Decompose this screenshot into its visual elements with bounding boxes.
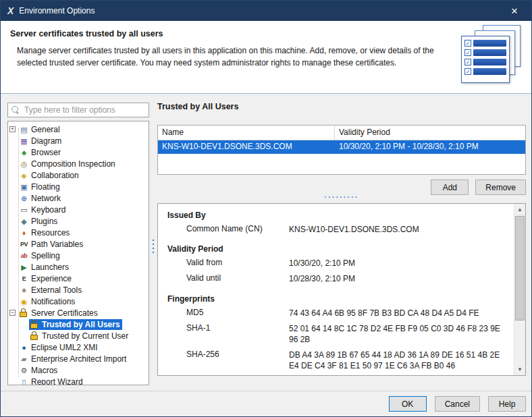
tree-node[interactable]: ♣ Browser	[18, 147, 63, 158]
sidebar-item-plugins[interactable]: ◆ Plugins	[9, 215, 147, 227]
close-icon[interactable]: ✕	[504, 6, 525, 16]
scroll-down-icon[interactable]: ▼	[514, 364, 525, 375]
sidebar-item-network[interactable]: ⊕ Network	[9, 192, 147, 204]
tree-node[interactable]: ▣ Floating	[18, 182, 62, 192]
sidebar-item-experience[interactable]: E Experience	[9, 273, 147, 284]
remove-button[interactable]: Remove	[475, 179, 526, 195]
valid-from-value: 10/30/20, 2:10 PM	[289, 258, 355, 269]
sidebar-item-launchers[interactable]: ▶ Launchers	[9, 261, 147, 273]
detail-row: Valid until 10/28/30, 2:10 PM	[186, 273, 510, 284]
tree-expander-icon[interactable]	[9, 161, 18, 167]
sidebar-item-composition-inspection[interactable]: ◎ Composition Inspection	[9, 158, 147, 169]
sidebar-item-diagram[interactable]: ▦ Diagram	[9, 135, 147, 146]
sidebar-item-server-certificates[interactable]: − Server Certificates	[9, 307, 147, 318]
tree-node[interactable]: Server Certificates	[18, 308, 100, 318]
tree-expander-icon[interactable]: +	[9, 126, 16, 132]
sidebar-item-general[interactable]: + ▤ General	[9, 123, 147, 135]
ok-button[interactable]: OK	[389, 396, 427, 412]
sidebar-item-browser[interactable]: ♣ Browser	[9, 146, 147, 158]
sidebar-item-enterprise-architect-import[interactable]: ▰ Enterprise Architect Import	[9, 353, 147, 364]
details-scrollbar[interactable]: ▲ ▼	[514, 204, 525, 375]
tree-expander-icon[interactable]	[9, 287, 18, 293]
tree-node[interactable]: ◆ Plugins	[18, 216, 59, 227]
sidebar-item-spelling[interactable]: ab Spelling	[9, 250, 147, 261]
tree-item-label: Floating	[31, 182, 60, 192]
tree-expander-icon[interactable]	[9, 356, 18, 362]
sidebar-item-trusted-by-all-users[interactable]: Trusted by All Users	[20, 318, 147, 330]
sidebar-item-external-tools[interactable]: ∗ External Tools	[9, 284, 147, 296]
tree-node[interactable]: ▰ Enterprise Architect Import	[18, 354, 128, 364]
tree-expander-icon[interactable]	[20, 321, 28, 327]
details-splitter-handle[interactable]: ·········	[157, 194, 526, 200]
tree-expander-icon[interactable]	[9, 298, 18, 304]
tree-expander-icon[interactable]	[9, 206, 18, 213]
tree-expander-icon[interactable]	[9, 379, 18, 385]
tree-expander-icon[interactable]	[9, 149, 18, 155]
tree-node[interactable]: ▦ Diagram	[18, 136, 63, 146]
tree-expander-icon[interactable]	[9, 172, 18, 178]
sidebar-item-macros[interactable]: ⚙ Macros	[9, 364, 147, 376]
tree-item-label: Eclipse UML2 XMI	[31, 343, 98, 352]
tree-node[interactable]: ab Spelling	[18, 250, 62, 261]
tree-node[interactable]: ◉ Notifications	[18, 296, 77, 307]
tree-node[interactable]: Trusted by Current User	[29, 331, 130, 341]
tree-node[interactable]: ⚙ Macros	[18, 365, 59, 376]
tree-expander-icon[interactable]	[9, 229, 18, 235]
tree-expander-icon[interactable]	[9, 344, 18, 350]
tree-expander-icon[interactable]	[9, 264, 18, 270]
tree-node[interactable]: ⊕ Network	[18, 193, 63, 204]
tree-expander-icon[interactable]	[9, 367, 18, 373]
launchers-icon: ▶	[19, 262, 29, 272]
sidebar-item-notifications[interactable]: ◉ Notifications	[9, 296, 147, 307]
sidebar-item-resources[interactable]: ♦ Resources	[9, 227, 147, 238]
help-button[interactable]: Help	[488, 396, 526, 412]
tree-expander-icon[interactable]	[9, 275, 18, 281]
cn-value: KNS-W10-DEV1.DSONE.3DS.COM	[289, 224, 419, 235]
tree-node[interactable]: ▤ General	[18, 124, 62, 135]
eclipse-icon: ●	[19, 343, 29, 352]
table-actions: Add Remove	[431, 179, 526, 195]
tree-node[interactable]: ∗ External Tools	[18, 285, 84, 296]
sidebar-item-path-variables[interactable]: PV Path Variables	[9, 238, 147, 250]
tree-expander-icon[interactable]	[9, 184, 18, 190]
filter-box	[7, 103, 149, 117]
window-title: Environment Options	[19, 6, 504, 16]
sidebar-item-trusted-by-current-user[interactable]: Trusted by Current User	[20, 330, 147, 341]
filter-input[interactable]	[7, 103, 149, 117]
tree-expander-icon[interactable]	[9, 241, 18, 247]
sidebar-item-keyboard[interactable]: ▭ Keyboard	[9, 204, 147, 215]
lock-icon	[30, 331, 40, 341]
tree-node[interactable]: ♦ Resources	[18, 227, 72, 238]
scroll-up-icon[interactable]: ▲	[514, 204, 525, 215]
table-body: KNS-W10-DEV1.DSONE.3DS.COM 10/30/20, 2:1…	[158, 140, 525, 154]
tree-expander-icon[interactable]	[9, 138, 18, 144]
tree-node[interactable]: E Experience	[18, 273, 74, 284]
header-banner: Server certificates trusted by all users…	[1, 21, 531, 94]
sha1-label: SHA-1	[186, 323, 289, 333]
tree-expander-icon[interactable]: −	[9, 310, 16, 316]
tree-expander-icon[interactable]	[9, 195, 18, 201]
tree-node[interactable]: ▯ Report Wizard	[18, 377, 85, 386]
tree-node[interactable]: ▶ Launchers	[18, 262, 71, 273]
tree-node[interactable]: PV Path Variables	[18, 239, 85, 250]
tree-item-label: Enterprise Architect Import	[31, 354, 126, 364]
tree-item-label: Notifications	[31, 297, 75, 306]
panel-splitter-handle[interactable]	[151, 233, 155, 260]
certificate-details: Issued By Common Name (CN) KNS-W10-DEV1.…	[157, 203, 526, 376]
table-row[interactable]: KNS-W10-DEV1.DSONE.3DS.COM 10/30/20, 2:1…	[158, 140, 525, 154]
tree-node[interactable]: Trusted by All Users	[29, 319, 122, 330]
tree-expander-icon[interactable]	[20, 333, 28, 339]
tree-node[interactable]: ● Eclipse UML2 XMI	[18, 342, 100, 353]
add-button[interactable]: Add	[431, 179, 469, 195]
tree-node[interactable]: ◎ Composition Inspection	[18, 159, 117, 169]
tree-expander-icon[interactable]	[9, 218, 18, 224]
sidebar-item-floating[interactable]: ▣ Floating	[9, 181, 147, 192]
tree-node[interactable]: ◈ Collaboration	[18, 170, 81, 181]
cancel-button[interactable]: Cancel	[435, 396, 480, 412]
sidebar-item-eclipse-uml2-xmi[interactable]: ● Eclipse UML2 XMI	[9, 341, 147, 353]
sidebar-item-report-wizard[interactable]: ▯ Report Wizard	[9, 376, 147, 385]
tree-expander-icon[interactable]	[9, 252, 18, 258]
tree-node[interactable]: ▭ Keyboard	[18, 204, 68, 215]
scrollbar-thumb[interactable]	[515, 216, 525, 321]
sidebar-item-collaboration[interactable]: ◈ Collaboration	[9, 169, 147, 181]
